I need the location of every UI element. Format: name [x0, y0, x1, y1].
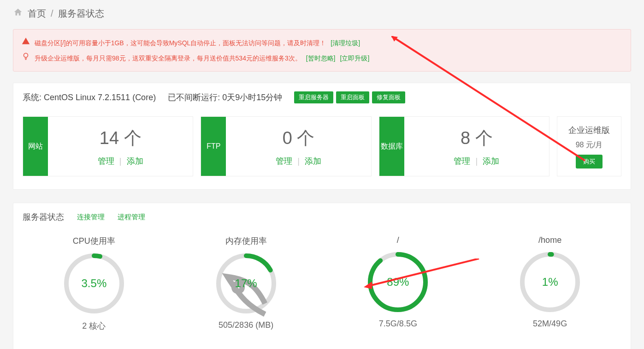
card-add-link[interactable]: 添加	[483, 156, 499, 166]
gauge-0: CPU使用率 3.5% 2 核心	[43, 235, 145, 331]
card-tab: 数据库	[379, 117, 404, 176]
conn-manage-link[interactable]: 连接管理	[77, 213, 105, 222]
card-count: 14 个	[100, 126, 142, 150]
alert-ignore-link[interactable]: [暂时忽略]	[306, 53, 336, 64]
card-enterprise: 企业运维版 98 元/月 购买	[557, 116, 621, 176]
gauge-sub: 52M/49G	[533, 319, 567, 329]
proc-manage-link[interactable]: 进程管理	[118, 213, 145, 222]
gauge-title: CPU使用率	[73, 235, 115, 247]
gauge-donut: 89%	[366, 250, 430, 314]
card-website: 网站 14 个 管理 | 添加	[23, 116, 193, 176]
card-tab: 网站	[23, 117, 48, 176]
card-add-link[interactable]: 添加	[127, 156, 143, 166]
breadcrumb-home[interactable]: 首页	[28, 7, 46, 20]
enterprise-buy-button[interactable]: 购买	[576, 155, 603, 168]
card-count: 0 个	[283, 126, 315, 150]
alert-clean-link[interactable]: [清理垃圾]	[331, 37, 360, 48]
status-panel: 服务器状态 连接管理 进程管理 CPU使用率 3.5% 2 核心 内存使用率	[13, 203, 631, 349]
gauge-percent: 17%	[214, 251, 278, 316]
breadcrumb-sep: /	[51, 8, 53, 19]
gauge-1: 内存使用率 17% 505/2836 (MB)	[195, 235, 297, 331]
gauge-percent: 3.5%	[62, 251, 126, 316]
card-manage-link[interactable]: 管理	[454, 156, 470, 166]
card-ftp: FTP 0 个 管理 | 添加	[201, 116, 371, 176]
sep: |	[475, 156, 478, 166]
card-database: 数据库 8 个 管理 | 添加	[379, 116, 549, 176]
breadcrumb-current: 服务器状态	[58, 7, 104, 20]
card-tab: FTP	[201, 117, 226, 176]
enterprise-price: 98 元/月	[576, 140, 603, 150]
svg-point-0	[24, 53, 28, 57]
bulb-icon	[22, 52, 30, 64]
os-label: 系统: CentOS Linux 7.2.1511 (Core)	[23, 92, 156, 103]
gauge-title: 内存使用率	[225, 235, 267, 247]
gauge-donut: 1%	[518, 250, 582, 314]
card-add-link[interactable]: 添加	[305, 156, 321, 166]
gauge-title: /	[397, 235, 399, 245]
alert-panel: 磁盘分区[/]的可用容量小于1GB，这可能会导致MySQL自动停止，面板无法访问…	[13, 29, 631, 72]
gauge-percent: 89%	[366, 250, 430, 314]
gauge-donut: 3.5%	[62, 251, 126, 316]
breadcrumb: 首页 / 服务器状态	[13, 7, 631, 20]
alert-disk-text: 磁盘分区[/]的可用容量小于1GB，这可能会导致MySQL自动停止，面板无法访问…	[35, 37, 326, 48]
sep: |	[119, 156, 122, 166]
gauge-donut: 17%	[214, 251, 278, 316]
card-manage-link[interactable]: 管理	[98, 156, 114, 166]
status-heading: 服务器状态	[23, 211, 64, 223]
reboot-panel-button[interactable]: 重启面板	[336, 91, 369, 103]
gauge-percent: 1%	[518, 250, 582, 314]
reboot-server-button[interactable]: 重启服务器	[294, 91, 333, 103]
enterprise-title: 企业运维版	[568, 125, 610, 136]
sep: |	[297, 156, 300, 166]
home-icon[interactable]	[13, 7, 23, 20]
uptime-label: 已不间断运行: 0天9小时15分钟	[168, 92, 282, 103]
card-manage-link[interactable]: 管理	[276, 156, 292, 166]
gauge-sub: 7.5G/8.5G	[379, 319, 417, 329]
alert-promo-text: 升级企业运维版，每月只需98元，送双重安全隔离登录，每月送价值共534元的运维服…	[35, 53, 301, 64]
gauge-title: /home	[538, 235, 561, 245]
alert-upgrade-link[interactable]: [立即升级]	[340, 53, 370, 64]
system-panel: 系统: CentOS Linux 7.2.1511 (Core) 已不间断运行:…	[13, 83, 631, 190]
gauge-sub: 2 核心	[82, 320, 106, 331]
gauge-2: / 89% 7.5G/8.5G	[347, 235, 449, 331]
repair-panel-button[interactable]: 修复面板	[372, 91, 405, 103]
warning-icon	[22, 37, 30, 48]
card-count: 8 个	[461, 126, 493, 150]
gauge-3: /home 1% 52M/49G	[499, 235, 601, 331]
